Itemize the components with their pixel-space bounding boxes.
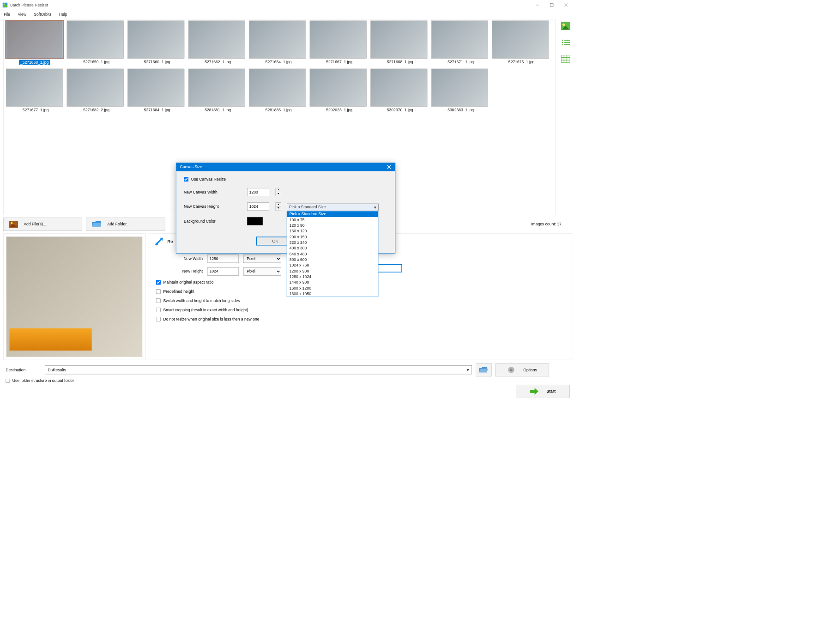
thumbnail-item[interactable]: _5271664_1.jpg — [248, 21, 307, 65]
thumbnail-image — [310, 69, 367, 107]
thumbnail-item[interactable]: _5271658_1.jpg — [5, 21, 64, 65]
thumbnail-item[interactable]: _5271659_1.jpg — [66, 21, 125, 65]
standard-size-dropdown-list[interactable]: Pick a Standard Size100 x 75120 x 90160 … — [287, 211, 379, 297]
standard-size-option[interactable]: 200 x 150 — [287, 234, 378, 240]
dialog-close-icon[interactable] — [387, 165, 392, 170]
thumbnail-item[interactable]: _5271675_1.jpg — [490, 21, 550, 65]
maintain-aspect-checkbox[interactable] — [156, 280, 161, 285]
standard-size-option[interactable]: 100 x 75 — [287, 217, 378, 223]
thumbnail-image — [431, 21, 488, 59]
menu-file[interactable]: File — [4, 12, 10, 17]
start-label: Start — [547, 389, 556, 394]
canvas-height-input[interactable] — [247, 202, 269, 211]
new-width-input[interactable] — [207, 254, 239, 263]
thumbnail-filename: _5281885_1.jpg — [248, 108, 307, 113]
title-bar: Batch Picture Resizer — [0, 0, 575, 10]
view-list-icon[interactable] — [559, 36, 572, 48]
maintain-aspect-label: Maintain original aspect ratio — [163, 280, 213, 285]
thumbnail-item[interactable]: _5281881_1.jpg — [187, 69, 247, 113]
standard-size-option[interactable]: 1024 x 768 — [287, 263, 378, 268]
thumbnail-filename: _5292023_1.jpg — [308, 108, 368, 113]
dialog-titlebar[interactable]: Canvas Size — [176, 163, 395, 171]
thumbnail-item[interactable]: _5292023_1.jpg — [308, 69, 368, 113]
thumbnail-item[interactable]: _5302370_1.jpg — [369, 69, 429, 113]
maximize-button[interactable] — [544, 0, 559, 10]
standard-size-option[interactable]: 400 x 300 — [287, 246, 378, 251]
preview-image — [6, 236, 143, 357]
standard-size-option[interactable]: 640 x 480 — [287, 251, 378, 257]
standard-size-option[interactable]: 1440 x 900 — [287, 280, 378, 285]
svg-marker-33 — [530, 388, 538, 395]
thumbnail-item[interactable]: _5271660_1.jpg — [126, 21, 186, 65]
add-files-button[interactable]: Add File(s)... — [3, 218, 82, 231]
view-grid-icon[interactable] — [559, 53, 572, 65]
canvas-width-label: New Canvas Width — [184, 190, 241, 194]
dialog-title: Canvas Size — [180, 165, 202, 170]
menu-view[interactable]: View — [18, 12, 26, 17]
thumbnail-image — [249, 69, 306, 107]
thumbnail-image — [370, 69, 427, 107]
standard-size-option[interactable]: 1200 x 900 — [287, 268, 378, 274]
app-icon — [2, 2, 7, 7]
options-button[interactable]: Options — [496, 363, 549, 376]
start-button[interactable]: Start — [516, 385, 569, 398]
height-spinner[interactable]: ▲▼ — [276, 202, 281, 211]
new-height-input[interactable] — [207, 267, 239, 276]
svg-point-32 — [510, 369, 513, 371]
thumbnail-image — [188, 69, 245, 107]
thumbnail-filename: _5271664_1.jpg — [248, 60, 307, 64]
minimize-button[interactable] — [530, 0, 544, 10]
svg-point-12 — [562, 42, 563, 43]
thumbnail-item[interactable]: _5271668_1.jpg — [369, 21, 429, 65]
predefined-height-checkbox[interactable] — [156, 289, 161, 294]
thumbnail-item[interactable]: _5302383_1.jpg — [430, 69, 489, 113]
standard-size-option[interactable]: 1600 x 1050 — [287, 291, 378, 297]
view-thumbnails-icon[interactable] — [559, 20, 572, 32]
width-unit-select[interactable]: Pixel — [243, 254, 281, 263]
thumbnail-image — [67, 69, 124, 107]
thumbnail-item[interactable]: _5271684_1.jpg — [126, 69, 186, 113]
thumbnail-item[interactable]: _5281885_1.jpg — [248, 69, 307, 113]
thumbnail-item[interactable]: _5271662_1.jpg — [187, 21, 247, 65]
standard-size-option[interactable]: 1280 x 1024 — [287, 274, 378, 279]
bg-color-label: Background Color — [184, 219, 241, 224]
menu-help[interactable]: Help — [59, 12, 67, 17]
thumbnail-image — [492, 21, 549, 59]
thumbnail-item[interactable]: _5271677_1.jpg — [5, 69, 64, 113]
bg-color-swatch[interactable] — [247, 217, 263, 225]
thumbnail-filename: _5271675_1.jpg — [490, 60, 550, 64]
standard-size-option[interactable]: 800 x 600 — [287, 257, 378, 262]
thumbnail-item[interactable]: _5271682_2.jpg — [66, 69, 125, 113]
thumbnail-image — [127, 21, 184, 59]
add-folder-button[interactable]: Add Folder... — [86, 218, 165, 231]
folder-structure-checkbox[interactable] — [6, 379, 10, 383]
standard-size-option[interactable]: Pick a Standard Size — [287, 212, 378, 217]
use-canvas-checkbox[interactable] — [184, 177, 188, 182]
switch-long-checkbox[interactable] — [156, 298, 161, 303]
browse-folder-button[interactable] — [476, 363, 491, 376]
smart-cropping-checkbox[interactable] — [156, 308, 161, 312]
no-resize-smaller-checkbox[interactable] — [156, 317, 161, 321]
height-unit-select[interactable]: Pixel — [243, 267, 281, 276]
standard-size-option[interactable]: 1600 x 1200 — [287, 285, 378, 291]
chevron-down-icon: ▾ — [467, 368, 469, 372]
canvas-height-label: New Canvas Height — [184, 205, 241, 209]
thumbnail-filename: _5302383_1.jpg — [430, 108, 489, 113]
thumbnail-filename: _5271682_2.jpg — [66, 108, 125, 113]
canvas-width-input[interactable] — [247, 188, 269, 196]
thumbnail-filename: _5271677_1.jpg — [5, 108, 64, 113]
add-folder-label: Add Folder... — [107, 222, 130, 227]
standard-size-select[interactable]: Pick a Standard Size ▾ — [287, 203, 379, 211]
destination-select[interactable]: D:\Results ▾ — [45, 365, 472, 374]
svg-point-2 — [4, 3, 5, 5]
use-canvas-label: Use Canvas Resize — [191, 177, 226, 182]
close-button[interactable] — [559, 0, 573, 10]
thumbnail-item[interactable]: _5271667_1.jpg — [308, 21, 368, 65]
width-spinner[interactable]: ▲▼ — [276, 188, 281, 196]
standard-size-option[interactable]: 160 x 120 — [287, 229, 378, 234]
chevron-down-icon: ▾ — [374, 205, 376, 210]
standard-size-option[interactable]: 320 x 240 — [287, 240, 378, 245]
thumbnail-item[interactable]: _5271671_1.jpg — [430, 21, 489, 65]
menu-softorbits[interactable]: SoftOrbits — [34, 12, 51, 17]
standard-size-option[interactable]: 120 x 90 — [287, 223, 378, 228]
